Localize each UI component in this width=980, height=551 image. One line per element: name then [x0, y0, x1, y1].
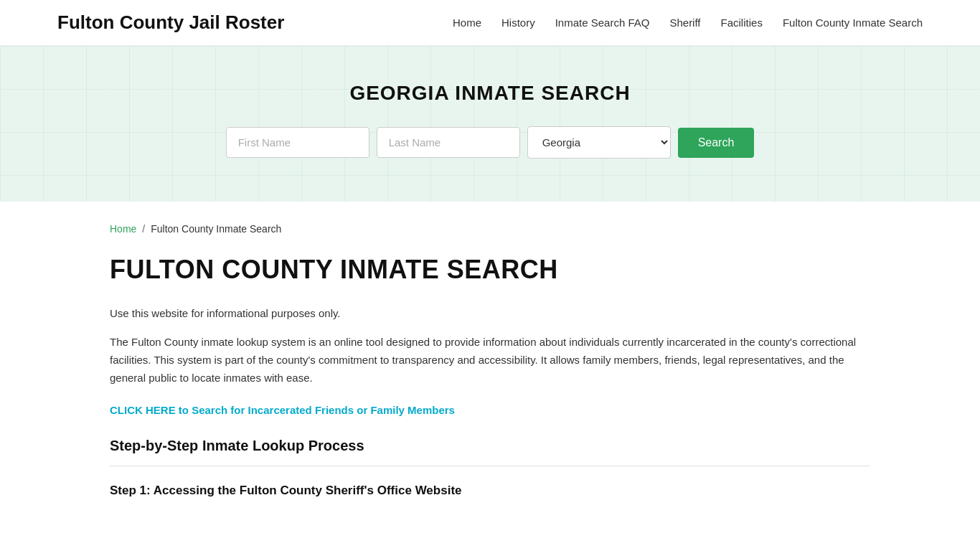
- search-button[interactable]: Search: [678, 128, 755, 158]
- breadcrumb-home[interactable]: Home: [110, 223, 136, 235]
- inmate-search-form: Georgia Alabama Florida Tennessee North …: [14, 126, 966, 159]
- nav-item-sheriff: Sheriff: [669, 17, 700, 29]
- site-logo[interactable]: Fulton County Jail Roster: [57, 11, 284, 34]
- nav-item-facilities: Facilities: [721, 17, 763, 29]
- step1-heading: Step 1: Accessing the Fulton County Sher…: [110, 484, 870, 498]
- nav-list: Home History Inmate Search FAQ Sheriff F…: [453, 17, 923, 29]
- nav-link-inmate-search[interactable]: Fulton County Inmate Search: [783, 17, 923, 29]
- breadcrumb-current: Fulton County Inmate Search: [151, 223, 281, 235]
- nav-item-inmate-search: Fulton County Inmate Search: [783, 17, 923, 29]
- intro-text: Use this website for informational purpo…: [110, 305, 870, 322]
- nav-item-home: Home: [453, 17, 481, 29]
- nav-item-history: History: [501, 17, 535, 29]
- breadcrumb-separator: /: [142, 223, 145, 235]
- state-select[interactable]: Georgia Alabama Florida Tennessee North …: [527, 126, 671, 159]
- hero-section: GEORGIA INMATE SEARCH Georgia Alabama Fl…: [0, 46, 980, 202]
- main-nav: Home History Inmate Search FAQ Sheriff F…: [453, 17, 923, 29]
- page-title: FULTON COUNTY INMATE SEARCH: [110, 255, 870, 285]
- section1-heading: Step-by-Step Inmate Lookup Process: [110, 438, 870, 454]
- description-text: The Fulton County inmate lookup system i…: [110, 334, 870, 387]
- nav-link-sheriff[interactable]: Sheriff: [669, 17, 700, 29]
- main-content: Home / Fulton County Inmate Search FULTO…: [67, 202, 913, 541]
- nav-link-home[interactable]: Home: [453, 17, 481, 29]
- cta-link[interactable]: CLICK HERE to Search for Incarcerated Fr…: [110, 404, 455, 416]
- breadcrumb: Home / Fulton County Inmate Search: [110, 223, 870, 235]
- last-name-input[interactable]: [377, 127, 520, 158]
- first-name-input[interactable]: [226, 127, 369, 158]
- nav-link-history[interactable]: History: [501, 17, 535, 29]
- nav-link-facilities[interactable]: Facilities: [721, 17, 763, 29]
- hero-title: GEORGIA INMATE SEARCH: [14, 82, 966, 105]
- site-header: Fulton County Jail Roster Home History I…: [0, 0, 980, 46]
- nav-item-faq: Inmate Search FAQ: [555, 17, 650, 29]
- nav-link-faq[interactable]: Inmate Search FAQ: [555, 17, 650, 29]
- section-divider: [110, 466, 870, 466]
